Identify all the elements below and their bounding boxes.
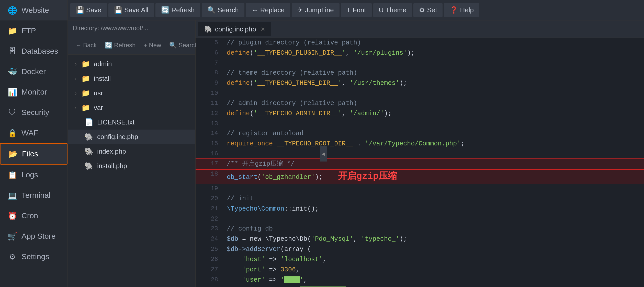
code-line-29: 29 'password' => '████████████', — [196, 285, 644, 287]
line-content-24: $db = new \Typecho\Db('Pdo_Mysql', 'type… — [224, 234, 644, 244]
file-item-index[interactable]: 🐘index.php — [68, 144, 195, 159]
sidebar-item-files[interactable]: 📂 Files — [0, 143, 67, 165]
font-toolbar-button[interactable]: TFont — [341, 3, 372, 17]
save-all-toolbar-button[interactable]: 💾Save All — [108, 3, 154, 17]
sidebar-item-ftp[interactable]: 📁 FTP — [0, 20, 67, 41]
line-content-18: ob_start('ob_gzhandler');开启gzip压缩 — [224, 169, 644, 184]
appstore-icon: 🛒 — [8, 232, 17, 241]
code-line-11: 11// admin directory (relative path) — [196, 98, 644, 109]
line-num-25: 25 — [196, 244, 224, 255]
sidebar-item-terminal[interactable]: 💻 Terminal — [0, 185, 67, 205]
sidebar-item-settings[interactable]: ⚙ Settings — [0, 246, 67, 267]
file-item-license[interactable]: 📄LICENSE.txt — [68, 115, 195, 130]
line-content-17: /** 开启gzip压缩 */ — [224, 159, 644, 169]
file-item-admin[interactable]: ›📁admin — [68, 57, 195, 71]
docker-icon: 🐳 — [8, 67, 17, 76]
collapse-toggle[interactable]: ◀ — [320, 146, 327, 162]
line-num-29: 29 — [196, 285, 224, 287]
refresh-icon: 🔄 — [161, 6, 169, 14]
new-nav-label: New — [149, 42, 161, 49]
editor-tabs: 🐘 config.inc.php ✕ — [196, 20, 644, 38]
search-toolbar-button[interactable]: 🔍Search — [202, 3, 244, 17]
line-num-8: 8 — [196, 68, 224, 78]
refresh-toolbar-button[interactable]: 🔄Refresh — [155, 3, 200, 17]
sidebar-label-settings: Settings — [21, 252, 49, 261]
save-all-icon: 💾 — [114, 6, 122, 14]
jumpline-toolbar-button[interactable]: ✈JumpLine — [292, 3, 340, 17]
code-line-16: 16 — [196, 149, 644, 159]
admin-file-icon: 📁 — [81, 60, 90, 68]
new-nav-icon: + — [144, 42, 147, 49]
file-nav-refresh[interactable]: 🔄Refresh — [101, 40, 139, 51]
line-content-21: \Typecho\Common::init(); — [224, 204, 644, 214]
line-content-14: // register autoload — [224, 129, 644, 139]
file-nav-back[interactable]: ←Back — [72, 40, 100, 51]
file-item-usr[interactable]: ›📁usr — [68, 86, 195, 100]
sidebar-item-appstore[interactable]: 🛒 App Store — [0, 226, 67, 246]
tab-filename: config.inc.php — [215, 25, 256, 33]
sidebar-label-ftp: FTP — [21, 26, 36, 35]
search-label: Search — [218, 6, 239, 14]
code-line-8: 8// theme directory (relative path) — [196, 68, 644, 78]
code-line-24: 24$db = new \Typecho\Db('Pdo_Mysql', 'ty… — [196, 234, 644, 244]
terminal-icon: 💻 — [8, 191, 17, 200]
website-icon: 🌐 — [8, 6, 17, 15]
code-line-7: 7 — [196, 58, 644, 68]
code-editor[interactable]: 5// plugin directory (relative path)6def… — [196, 38, 644, 287]
code-line-14: 14// register autoload — [196, 129, 644, 139]
editor-tab-config[interactable]: 🐘 config.inc.php ✕ — [198, 22, 271, 36]
sidebar-item-cron[interactable]: ⏰ Cron — [0, 205, 67, 226]
help-icon: ❓ — [450, 6, 458, 14]
code-line-22: 22 — [196, 214, 644, 224]
sidebar-item-logs[interactable]: 📋 Logs — [0, 165, 67, 185]
sidebar-item-monitor[interactable]: 📊 Monitor — [0, 82, 67, 102]
line-content-12: define('__TYPECHO_ADMIN_DIR__', '/admin/… — [224, 109, 644, 119]
search-nav-label: Search — [178, 42, 198, 49]
save-toolbar-button[interactable]: 💾Save — [70, 3, 107, 17]
sidebar-label-docker: Docker — [21, 67, 46, 76]
license-file-icon: 📄 — [85, 118, 94, 127]
file-item-install[interactable]: ›📁install — [68, 71, 195, 86]
install-filename: install — [94, 75, 111, 83]
back-nav-label: Back — [83, 42, 97, 49]
sidebar-item-website[interactable]: 🌐 Website — [0, 0, 67, 20]
file-nav-new[interactable]: +New — [140, 40, 165, 51]
sidebar-item-databases[interactable]: 🗄 Databases — [0, 41, 67, 61]
index-file-icon: 🐘 — [85, 147, 94, 156]
code-line-18: 18ob_start('ob_gzhandler');开启gzip压缩 — [196, 169, 644, 184]
logs-icon: 📋 — [8, 170, 17, 179]
line-num-16: 16 — [196, 149, 224, 159]
sidebar-item-security[interactable]: 🛡 Security — [0, 102, 67, 123]
databases-icon: 🗄 — [8, 47, 17, 56]
help-toolbar-button[interactable]: ❓Help — [444, 3, 479, 17]
cron-icon: ⏰ — [8, 211, 17, 220]
sidebar-label-monitor: Monitor — [21, 88, 47, 96]
sidebar: 🌐 Website 📁 FTP 🗄 Databases 🐳 Docker 📊 M… — [0, 0, 68, 287]
ftp-icon: 📁 — [8, 26, 17, 35]
line-num-7: 7 — [196, 58, 224, 68]
sidebar-item-docker[interactable]: 🐳 Docker — [0, 61, 67, 82]
code-line-28: 28 'user' => '████', — [196, 275, 644, 285]
security-icon: 🛡 — [8, 108, 17, 117]
code-line-19: 19 — [196, 184, 644, 193]
line-content-23: // config db — [224, 224, 644, 234]
file-item-var[interactable]: ›📁var — [68, 100, 195, 115]
file-item-install-php[interactable]: 🐘install.php — [68, 159, 195, 173]
line-num-18: 18 — [196, 169, 224, 184]
theme-toolbar-button[interactable]: UTheme — [373, 3, 412, 17]
gzip-annotation: 开启gzip压缩 — [338, 171, 397, 182]
replace-toolbar-button[interactable]: ↔Replace — [246, 3, 290, 17]
line-content-7 — [224, 58, 644, 68]
editor-area: ◀ 🐘 config.inc.php ✕ 5// plugin director… — [196, 20, 644, 287]
help-label: Help — [460, 6, 473, 14]
sidebar-item-waf[interactable]: 🔒 WAF — [0, 123, 67, 143]
set-icon: ⚙ — [419, 6, 425, 14]
code-line-23: 23// config db — [196, 224, 644, 234]
set-toolbar-button[interactable]: ⚙Set — [413, 3, 443, 17]
file-item-config[interactable]: 🐘config.inc.php — [68, 130, 195, 144]
line-num-22: 22 — [196, 214, 224, 224]
file-nav: ←Back🔄Refresh+New🔍Search — [68, 36, 195, 55]
tab-close-button[interactable]: ✕ — [261, 26, 265, 33]
line-content-11: // admin directory (relative path) — [224, 98, 644, 109]
code-line-5: 5// plugin directory (relative path) — [196, 38, 644, 48]
